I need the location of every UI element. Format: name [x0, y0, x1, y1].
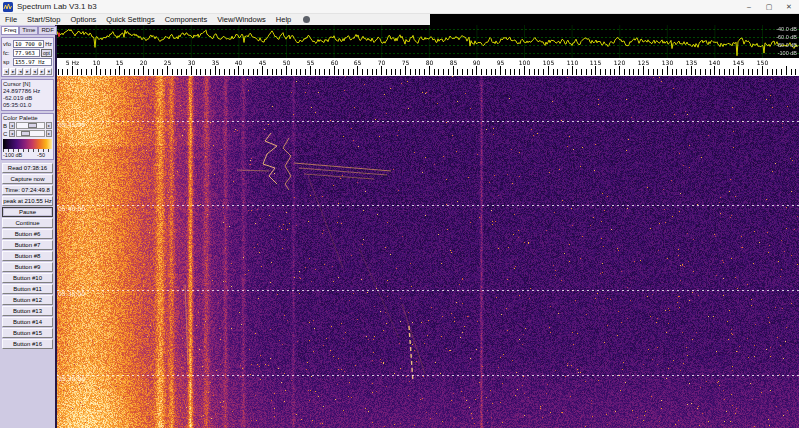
- brightness-slider-row: B ◂ ▸: [3, 122, 52, 129]
- sidebar-button-peak-at-210-55-hz[interactable]: peak at 210.55 Hz: [2, 196, 53, 206]
- sidebar-button-pause[interactable]: Pause: [2, 207, 53, 217]
- sp-input[interactable]: [13, 58, 52, 66]
- palette-gradient: [3, 139, 52, 149]
- brightness-slider-label: B: [3, 123, 8, 129]
- cursor-readout-panel: Cursor [N] 24.897786 Hz -62.019 dB 05:35…: [1, 79, 54, 111]
- sidebar-button-button-15[interactable]: Button #15: [2, 328, 53, 338]
- spinner-button-2[interactable]: ◂: [17, 68, 23, 75]
- menu-item-options[interactable]: Options: [65, 14, 101, 25]
- sidebar-button-button-6[interactable]: Button #6: [2, 229, 53, 239]
- close-button[interactable]: ✕: [779, 0, 799, 14]
- spectrum-canvas[interactable]: [57, 25, 799, 58]
- vfo-row: vfo Hz: [3, 40, 52, 48]
- menu-item-components[interactable]: Components: [160, 14, 213, 25]
- menu-item-start-stop[interactable]: Start/Stop: [22, 14, 65, 25]
- vfo-label: vfo: [3, 41, 12, 47]
- fc-input[interactable]: [13, 49, 40, 57]
- contrast-slider-thumb[interactable]: [21, 131, 30, 136]
- palette-header: Color Palette: [3, 115, 52, 121]
- contrast-slider-row: C ◂ ▸: [3, 130, 52, 137]
- sidebar-button-time-07-24-49-8[interactable]: Time: 07:24:49.8: [2, 185, 53, 195]
- spinner-button-0[interactable]: ◂: [3, 68, 9, 75]
- vfo-input[interactable]: [13, 40, 44, 48]
- fc-row: fc: opt: [3, 49, 52, 57]
- app-window: Spectrum Lab V3.1 b3 – ▢ ✕ FileStart/Sto…: [0, 0, 799, 428]
- frequency-scale[interactable]: [57, 58, 799, 76]
- sidebar-button-button-10[interactable]: Button #10: [2, 273, 53, 283]
- spectrum-pane: -40.0 dB-60.0 dB-80.0 dB-100 dB: [57, 25, 799, 58]
- tab-time[interactable]: Time: [19, 26, 38, 35]
- sidebar-button-button-12[interactable]: Button #12: [2, 295, 53, 305]
- menu-item-file[interactable]: File: [0, 14, 22, 25]
- minimize-button[interactable]: –: [739, 0, 759, 14]
- plot-area: -40.0 dB-60.0 dB-80.0 dB-100 dB: [57, 25, 799, 428]
- slider-right-arrow-icon[interactable]: ▸: [46, 122, 52, 129]
- contrast-slider-label: C: [3, 131, 8, 137]
- waterfall-canvas[interactable]: [57, 76, 799, 428]
- db-axis-label-3: -100 dB: [778, 50, 797, 56]
- cursor-header: Cursor [N]: [3, 81, 52, 87]
- sp-label: sp: [3, 59, 12, 65]
- sidebar-button-button-7[interactable]: Button #7: [2, 240, 53, 250]
- db-axis-label-1: -60.0 dB: [776, 34, 797, 40]
- spinner-button-1[interactable]: ▸: [10, 68, 16, 75]
- sp-row: sp: [3, 58, 52, 66]
- title-bar: Spectrum Lab V3.1 b3 – ▢ ✕: [0, 0, 799, 14]
- menu-item-view-windows[interactable]: View/Windows: [212, 14, 271, 25]
- menu-bar: FileStart/StopOptionsQuick SettingsCompo…: [0, 14, 799, 25]
- sidebar-button-button-8[interactable]: Button #8: [2, 251, 53, 261]
- status-circle-icon: [303, 16, 310, 23]
- spinner-button-6[interactable]: ▾: [46, 68, 52, 75]
- tab-rdf[interactable]: RDF: [38, 26, 56, 35]
- cursor-time: 05:35:01.0: [3, 102, 52, 109]
- macro-buttons: Read 07:38:16Capture nowTime: 07:24:49.8…: [0, 163, 55, 349]
- fc-label: fc:: [3, 50, 12, 56]
- spinner-button-3[interactable]: ▸: [24, 68, 30, 75]
- zoom-spinner-row: ◂▸◂▸◂▸▾: [3, 68, 52, 75]
- tab-freq[interactable]: Freq: [1, 26, 19, 35]
- menu-items: FileStart/StopOptionsQuick SettingsCompo…: [0, 14, 296, 25]
- sidebar-button-button-14[interactable]: Button #14: [2, 317, 53, 327]
- slider-left-arrow-icon[interactable]: ◂: [9, 122, 15, 129]
- color-palette-panel: Color Palette B ◂ ▸ C ◂ ▸ -100 dB -50: [1, 113, 54, 160]
- control-sidebar: FreqTimeRDF vfo Hz fc: opt sp ◂▸◂▸◂▸▾ Cu…: [0, 25, 57, 428]
- menu-item-help[interactable]: Help: [271, 14, 296, 25]
- slider-left-arrow-icon[interactable]: ◂: [9, 130, 15, 137]
- contrast-slider[interactable]: [16, 130, 45, 137]
- display-tabs: FreqTimeRDF: [0, 25, 55, 37]
- palette-scale-min: -100 dB: [3, 152, 22, 158]
- sidebar-button-button-13[interactable]: Button #13: [2, 306, 53, 316]
- palette-scale-max: -50: [37, 152, 45, 158]
- menu-item-quick-settings[interactable]: Quick Settings: [101, 14, 159, 25]
- sidebar-button-button-9[interactable]: Button #9: [2, 262, 53, 272]
- db-axis-label-2: -80.0 dB: [776, 42, 797, 48]
- window-title: Spectrum Lab V3.1 b3: [17, 2, 97, 11]
- sidebar-button-capture-now[interactable]: Capture now: [2, 174, 53, 184]
- spinner-button-4[interactable]: ◂: [32, 68, 38, 75]
- frequency-fields-panel: vfo Hz fc: opt sp ◂▸◂▸◂▸▾: [1, 37, 54, 77]
- palette-scale-labels: -100 dB -50: [3, 152, 52, 158]
- opt-button[interactable]: opt: [41, 49, 52, 57]
- sidebar-button-button-11[interactable]: Button #11: [2, 284, 53, 294]
- maximize-button[interactable]: ▢: [759, 0, 779, 14]
- cursor-frequency: 24.897786 Hz: [3, 88, 52, 95]
- brightness-slider-thumb[interactable]: [28, 123, 37, 128]
- app-icon: [3, 2, 13, 12]
- sidebar-button-button-16[interactable]: Button #16: [2, 339, 53, 349]
- slider-right-arrow-icon[interactable]: ▸: [46, 130, 52, 137]
- cursor-level: -62.019 dB: [3, 95, 52, 102]
- spinner-button-5[interactable]: ▸: [39, 68, 45, 75]
- vfo-unit: Hz: [45, 41, 52, 47]
- sidebar-button-read-07-38-16[interactable]: Read 07:38:16: [2, 163, 53, 173]
- sidebar-button-continue[interactable]: Continue: [2, 218, 53, 228]
- db-axis-label-0: -40.0 dB: [776, 26, 797, 32]
- brightness-slider[interactable]: [16, 122, 45, 129]
- window-controls: – ▢ ✕: [739, 0, 799, 14]
